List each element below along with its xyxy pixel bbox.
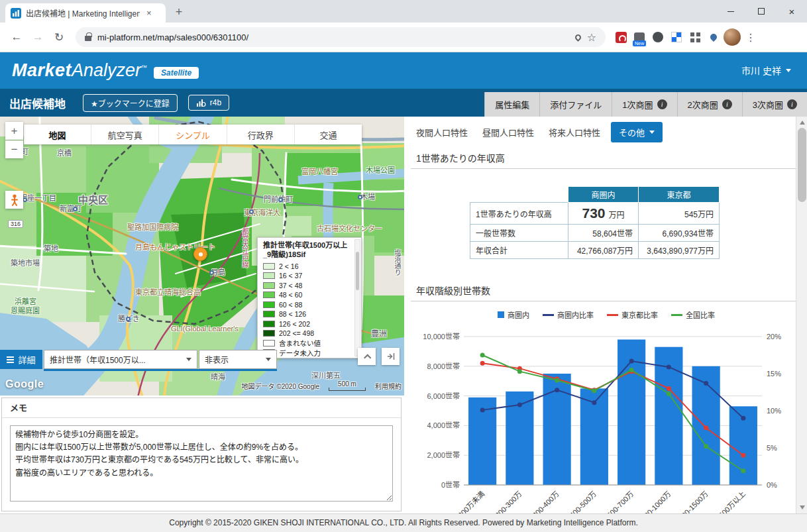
logo-tm: ™ <box>141 64 147 71</box>
maximize-button[interactable] <box>746 0 777 23</box>
legend-item: 2 < 16 <box>263 262 352 272</box>
browser-tab[interactable]: 出店候補地 | Marketing Intelligen × <box>5 3 166 23</box>
terms-link[interactable]: 利用規約 <box>375 381 402 391</box>
url-text[interactable]: mi-platform.net/map/sales000/6301100/ <box>97 32 569 42</box>
trade-area-tab[interactable]: 1次商圏i <box>612 92 676 117</box>
dock-panel-button[interactable] <box>382 348 400 365</box>
legend-scrollbar[interactable] <box>354 239 360 356</box>
row-label: 一般世帯数 <box>470 225 568 242</box>
legend-label: 202 <= 498 <box>279 329 314 337</box>
pdf-extension-icon[interactable] <box>612 28 629 46</box>
close-button[interactable]: × <box>777 0 807 23</box>
legend-label: 2 < 16 <box>279 262 299 270</box>
detail-button[interactable]: 詳細 <box>0 350 42 369</box>
analysis-panel: 夜間人口特性昼間人口特性将来人口特性 その他 1世帯あたりの年収高 商圏内 東京… <box>405 117 807 513</box>
tab-label: 3次商圏 <box>753 98 783 111</box>
collapse-panel-button[interactable] <box>358 348 376 365</box>
legend-item: 202 <= 498 <box>263 329 352 339</box>
tab-close-icon[interactable]: × <box>144 8 154 18</box>
back-icon[interactable]: ← <box>7 27 27 47</box>
svg-text:15%: 15% <box>767 370 781 378</box>
scroll-down-icon[interactable] <box>800 505 805 509</box>
trade-area-tab[interactable]: 属性編集 <box>484 92 539 117</box>
map-layer-tab[interactable]: 航空写真 <box>91 125 159 144</box>
browser-menu-icon[interactable]: ⋮ <box>742 28 759 46</box>
legend-item: 含まれない値 <box>263 339 352 348</box>
chevron-up-icon <box>364 354 371 361</box>
legend-label: 88 < 126 <box>279 310 306 318</box>
visibility-select[interactable]: 非表示 <box>199 350 277 369</box>
legend-label: 48 < 60 <box>279 291 302 299</box>
panel-tab-row: 夜間人口特性昼間人口特性将来人口特性 その他 <box>405 117 807 145</box>
trade-area-tab[interactable]: 添付ファイル <box>539 92 612 117</box>
candidate-site-marker[interactable] <box>193 247 207 261</box>
bookmark-star-icon[interactable]: ☆ <box>587 31 596 44</box>
zoom-out-button[interactable]: − <box>5 140 23 158</box>
memo-textarea[interactable]: 候補物件から徒歩10分商圏を設定。 圏内には年収1500万以上世帯数が5,000… <box>10 425 393 502</box>
chart-legend-label: 商圏内比率 <box>557 309 594 320</box>
panel-tab[interactable]: 夜間人口特性 <box>416 123 468 142</box>
analysis-button[interactable]: r4b <box>188 95 229 111</box>
legend-item: 48 < 60 <box>263 290 352 300</box>
minimize-button[interactable] <box>716 0 746 23</box>
svg-text:10%: 10% <box>767 407 781 415</box>
pin-extension-icon[interactable] <box>705 28 722 46</box>
location-icon[interactable] <box>574 33 582 42</box>
trade-area-tab[interactable]: 3次商圏i <box>742 92 807 117</box>
user-name: 市川 史祥 <box>741 64 781 77</box>
panel-scrollbar[interactable] <box>796 117 807 513</box>
map-legend-title: 推計世帯(年収1500万以上_9階級)18Sif <box>263 241 352 260</box>
map-layer-tab[interactable]: 交通 <box>295 125 362 144</box>
legend-item: 37 < 48 <box>263 281 352 291</box>
legend-item: 60 < 88 <box>263 300 352 310</box>
user-menu[interactable]: 市川 史祥 <box>741 64 791 77</box>
circle-extension-icon[interactable] <box>649 28 667 46</box>
map-layer-tab[interactable]: 地図 <box>24 125 91 144</box>
legend-label: 37 < 48 <box>279 282 302 290</box>
table-row: 年収合計 42,766,087万円 3,643,890,977万円 <box>470 242 720 259</box>
url-bar[interactable]: mi-platform.net/map/sales000/6301100/ ☆ <box>76 27 606 47</box>
chart-legend-label: 商圏内 <box>508 309 529 320</box>
layer-select[interactable]: 推計世帯（年収1500万以... <box>44 350 197 369</box>
pegman-button[interactable] <box>5 191 23 209</box>
new-tab-button[interactable]: + <box>170 3 188 21</box>
legend-label: データ未入力 <box>279 348 321 358</box>
reload-icon[interactable]: ↻ <box>49 27 69 47</box>
svg-text:1000-1500万: 1000-1500万 <box>674 490 710 513</box>
trade-area-tab[interactable]: 2次商圏i <box>677 92 742 117</box>
new-extension-icon[interactable]: New <box>631 28 648 46</box>
zoom-in-button[interactable]: + <box>5 122 23 140</box>
checker-extension-icon[interactable] <box>668 28 685 46</box>
svg-text:20%: 20% <box>767 333 781 341</box>
other-tab-button[interactable]: その他 <box>611 122 663 142</box>
chart-legend-swatch <box>607 314 618 316</box>
page-title: 出店候補地 <box>9 95 66 111</box>
scrollbar-thumb[interactable] <box>798 128 806 202</box>
legend-scrollbar-thumb[interactable] <box>356 252 359 290</box>
map-layer-tab[interactable]: シンプル <box>159 125 227 144</box>
legend-item: 88 < 126 <box>263 309 352 319</box>
row-label: 年収合計 <box>470 242 568 259</box>
chart-legend-label: 東京都比率 <box>621 309 658 320</box>
panel-tab[interactable]: 昼間人口特性 <box>482 123 534 142</box>
svg-text:300-400万: 300-400万 <box>531 490 561 513</box>
map-layer-tab[interactable]: 行政界 <box>227 125 295 144</box>
trade-area-tabs: 属性編集添付ファイル1次商圏i2次商圏i3次商圏i <box>484 92 807 117</box>
profile-avatar[interactable] <box>724 28 741 46</box>
logo-market: Market <box>12 60 72 81</box>
svg-text:6,000世帯: 6,000世帯 <box>427 392 460 400</box>
legend-swatch <box>263 301 275 308</box>
forward-icon[interactable]: → <box>28 27 48 47</box>
dock-icon <box>387 352 395 360</box>
bookmark-button[interactable]: ★ブックマークに登録 <box>83 94 178 112</box>
scroll-up-icon[interactable] <box>800 121 805 125</box>
chart-legend-item: 商圏内 <box>498 309 529 320</box>
lock-icon[interactable] <box>85 36 91 41</box>
panel-tab[interactable]: 将来人口特性 <box>549 123 600 142</box>
col-header-tokyo: 東京都 <box>639 187 720 203</box>
tokyo-income-cell: 545万円 <box>639 203 720 225</box>
tab-label: 属性編集 <box>495 98 529 111</box>
page-footer: Copyright © 2015-2020 GIKEN SHOJI INTERN… <box>0 513 807 532</box>
map-canvas[interactable]: 有楽町京橋新川銀座一丁目新富町中央区聖路加国際病院月島もんじゃストリート築地市場… <box>0 117 404 396</box>
grid-extension-icon[interactable] <box>686 28 704 46</box>
